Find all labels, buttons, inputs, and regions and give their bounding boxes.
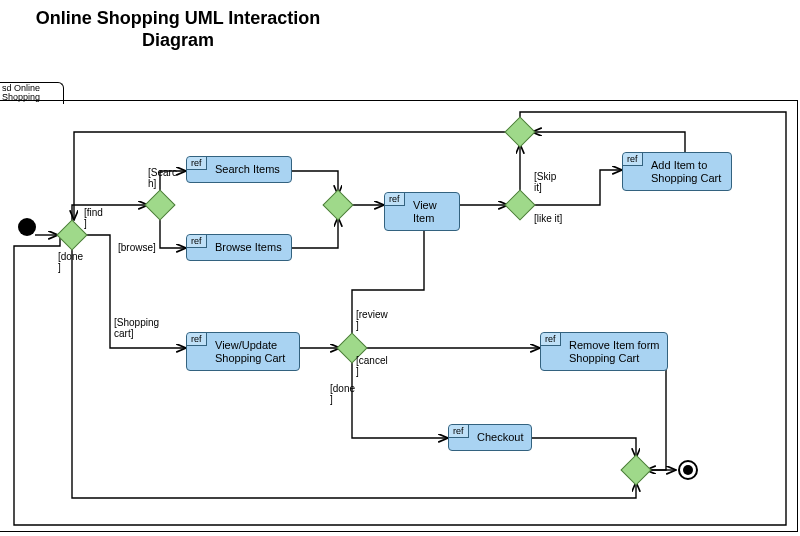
- ref-tag: ref: [385, 193, 405, 206]
- guard-search: [Searc h]: [148, 168, 177, 189]
- guard-browse: [browse]: [118, 243, 156, 254]
- guard-review: [review ]: [356, 310, 388, 331]
- guard-cancel: [cancel ]: [356, 356, 388, 377]
- title-line-2: Diagram: [142, 30, 214, 50]
- ref-tag: ref: [623, 153, 643, 166]
- ref-add-item-to-cart: ref Add Item to Shopping Cart: [622, 152, 732, 191]
- title-line-1: Online Shopping UML Interaction: [36, 8, 321, 28]
- ref-tag: ref: [187, 333, 207, 346]
- ref-label: Remove Item form Shopping Cart: [569, 339, 659, 364]
- diagram-title: Online Shopping UML Interaction Diagram: [18, 8, 338, 51]
- guard-find: [find ]: [84, 208, 103, 229]
- ref-view-update-cart: ref View/Update Shopping Cart: [186, 332, 300, 371]
- ref-label: Search Items: [215, 163, 280, 175]
- ref-label: Checkout: [477, 431, 523, 443]
- ref-checkout: ref Checkout: [448, 424, 532, 451]
- ref-label: View/Update Shopping Cart: [215, 339, 285, 364]
- ref-label: Add Item to Shopping Cart: [651, 159, 721, 184]
- ref-browse-items: ref Browse Items: [186, 234, 292, 261]
- ref-tag: ref: [187, 157, 207, 170]
- guard-like-it: [like it]: [534, 214, 562, 225]
- ref-remove-item-from-cart: ref Remove Item form Shopping Cart: [540, 332, 668, 371]
- guard-done-top: [done ]: [58, 252, 83, 273]
- ref-label: View Item: [413, 199, 437, 224]
- ref-tag: ref: [449, 425, 469, 438]
- guard-shopping-cart: [Shopping cart]: [114, 318, 159, 339]
- ref-search-items: ref Search Items: [186, 156, 292, 183]
- guard-done-bottom: [done ]: [330, 384, 355, 405]
- ref-view-item: ref View Item: [384, 192, 460, 231]
- final-node: [678, 460, 698, 480]
- guard-skip-it: [Skip it]: [534, 172, 556, 193]
- ref-tag: ref: [541, 333, 561, 346]
- initial-node: [18, 218, 36, 236]
- ref-tag: ref: [187, 235, 207, 248]
- ref-label: Browse Items: [215, 241, 282, 253]
